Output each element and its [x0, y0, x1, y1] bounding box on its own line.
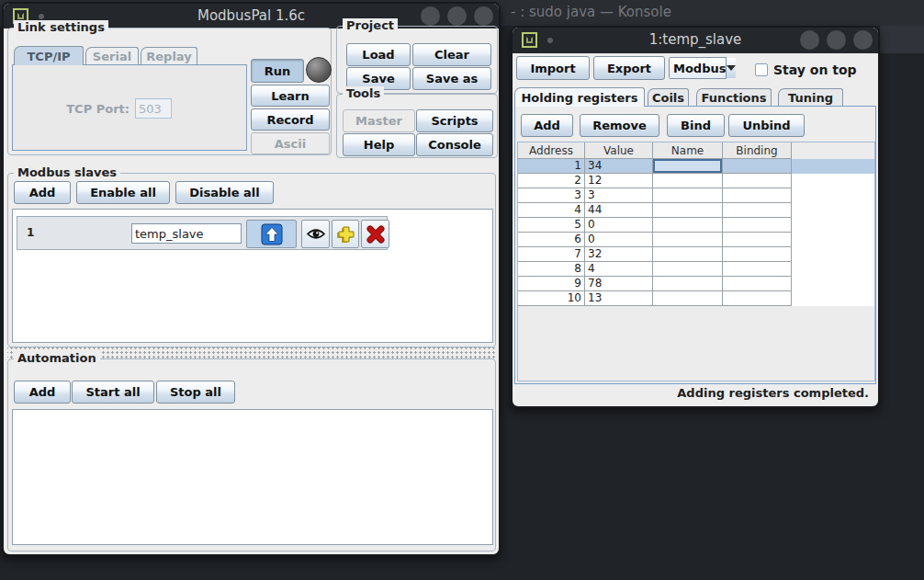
slave-titlebar[interactable]: 1:temp_slave	[513, 28, 878, 53]
register-cell-value[interactable]: 4	[585, 262, 653, 277]
tab-functions[interactable]: Functions	[696, 88, 772, 107]
register-cell-binding[interactable]	[723, 218, 792, 233]
register-cell-binding[interactable]	[723, 203, 792, 218]
load-button[interactable]: Load	[346, 43, 411, 66]
register-cell-address[interactable]: 8	[518, 262, 585, 277]
bind-button[interactable]: Bind	[667, 114, 725, 137]
chevron-down-icon[interactable]	[726, 58, 736, 78]
column-header-value[interactable]: Value	[585, 142, 653, 159]
implementation-combobox[interactable]: Modbus	[669, 57, 727, 79]
clear-button[interactable]: Clear	[412, 43, 491, 66]
save-as-button[interactable]: Save as	[412, 67, 491, 90]
tab-serial[interactable]: Serial	[85, 47, 139, 65]
maximize-button[interactable]	[447, 6, 467, 26]
duplicate-slave-button[interactable]	[332, 220, 359, 248]
register-cell-address[interactable]: 2	[518, 174, 585, 188]
register-cell-address[interactable]: 3	[518, 188, 585, 203]
register-cell-value[interactable]: 34	[585, 159, 653, 174]
register-row[interactable]: 732	[518, 247, 874, 262]
console-button[interactable]: Console	[416, 133, 493, 156]
show-slave-panel-button[interactable]	[301, 220, 330, 248]
register-row[interactable]: 212	[518, 174, 874, 188]
register-cell-address[interactable]: 10	[518, 291, 585, 306]
register-cell-binding[interactable]	[723, 174, 792, 188]
register-cell-name[interactable]	[653, 277, 723, 291]
register-cell-name[interactable]	[653, 262, 723, 277]
tab-tcpip[interactable]: TCP/IP	[14, 46, 84, 65]
register-cell-binding[interactable]	[723, 262, 792, 277]
learn-button[interactable]: Learn	[251, 85, 330, 107]
import-button[interactable]: Import	[516, 56, 590, 80]
register-row[interactable]: 50	[518, 218, 874, 233]
export-button[interactable]: Export	[593, 56, 665, 80]
column-header-name[interactable]: Name	[653, 142, 723, 159]
help-button[interactable]: Help	[343, 133, 415, 156]
add-slave-button[interactable]: Add	[14, 181, 71, 204]
register-cell-binding[interactable]	[723, 247, 792, 262]
tab-tuning[interactable]: Tuning	[778, 88, 843, 107]
register-row[interactable]: 1013	[518, 291, 874, 306]
register-cell-name[interactable]	[653, 291, 723, 306]
add-automation-button[interactable]: Add	[14, 381, 71, 404]
register-row[interactable]: 84	[518, 262, 874, 277]
register-cell-value[interactable]: 32	[585, 247, 653, 262]
register-cell-name[interactable]	[653, 218, 723, 233]
scripts-button[interactable]: Scripts	[416, 109, 493, 132]
register-cell-address[interactable]: 5	[518, 218, 585, 233]
register-row[interactable]: 134	[518, 159, 874, 174]
register-cell-value[interactable]: 0	[585, 233, 653, 247]
register-cell-name[interactable]	[653, 203, 723, 218]
slave-enabled-toggle-button[interactable]	[246, 220, 297, 248]
register-row[interactable]: 60	[518, 233, 874, 247]
start-all-button[interactable]: Start all	[72, 381, 154, 404]
add-register-button[interactable]: Add	[521, 114, 573, 137]
run-button[interactable]: Run	[251, 59, 304, 83]
register-cell-name[interactable]	[653, 188, 723, 203]
remove-register-button[interactable]: Remove	[580, 114, 659, 137]
register-cell-address[interactable]: 1	[518, 159, 585, 174]
enable-all-button[interactable]: Enable all	[76, 181, 170, 204]
register-row[interactable]: 33	[518, 188, 874, 203]
record-button[interactable]: Record	[251, 108, 330, 131]
register-cell-value[interactable]: 78	[585, 277, 653, 291]
maximize-button[interactable]	[827, 30, 846, 50]
register-cell-name[interactable]	[653, 159, 723, 174]
minimize-button[interactable]	[421, 6, 440, 26]
tcp-port-field[interactable]	[135, 98, 172, 119]
column-header-address[interactable]: Address	[518, 142, 585, 159]
close-button[interactable]	[474, 6, 493, 26]
tab-coils[interactable]: Coils	[648, 88, 689, 107]
register-cell-address[interactable]: 6	[518, 233, 585, 247]
register-cell-name[interactable]	[653, 174, 723, 188]
stop-all-button[interactable]: Stop all	[156, 381, 235, 404]
register-cell-value[interactable]: 3	[585, 188, 653, 203]
register-row[interactable]: 978	[518, 277, 874, 291]
register-cell-binding[interactable]	[723, 188, 792, 203]
register-cell-name[interactable]	[653, 233, 723, 247]
delete-slave-button[interactable]	[361, 220, 389, 248]
close-button[interactable]	[853, 30, 873, 50]
tab-holding-registers[interactable]: Holding registers	[514, 87, 645, 107]
disable-all-button[interactable]: Disable all	[175, 181, 274, 204]
register-cell-address[interactable]: 4	[518, 203, 585, 218]
register-cell-value[interactable]: 0	[585, 218, 653, 233]
tab-replay[interactable]: Replay	[141, 47, 197, 65]
register-cell-binding[interactable]	[723, 233, 792, 247]
unbind-button[interactable]: Unbind	[728, 114, 805, 137]
register-cell-address[interactable]: 9	[518, 277, 585, 291]
register-cell-value[interactable]: 13	[585, 291, 653, 306]
register-cell-value[interactable]: 44	[585, 203, 653, 218]
slave-name-field[interactable]	[131, 223, 242, 244]
register-row[interactable]: 444	[518, 203, 874, 218]
register-cell-binding[interactable]	[723, 277, 792, 291]
register-cell-name[interactable]	[653, 247, 723, 262]
stay-on-top-checkbox[interactable]	[755, 63, 768, 76]
register-cell-binding[interactable]	[723, 291, 792, 306]
minimize-button[interactable]	[800, 30, 819, 50]
register-cell-address[interactable]: 7	[518, 247, 585, 262]
register-cell-binding[interactable]	[723, 159, 792, 174]
column-header-binding[interactable]: Binding	[723, 142, 792, 159]
stay-on-top-label[interactable]: Stay on top	[773, 63, 857, 77]
registers-scrollpane[interactable]: Address Value Name Binding 1342123344450…	[517, 142, 875, 381]
register-cell-value[interactable]: 12	[585, 174, 653, 188]
